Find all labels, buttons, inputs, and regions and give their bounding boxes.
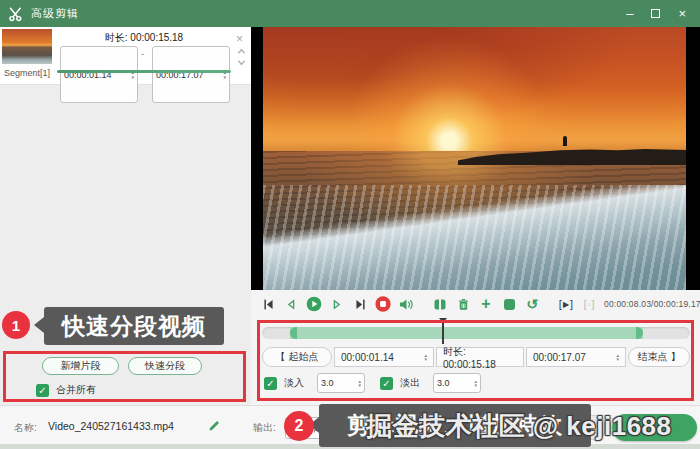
spin-down-icon[interactable]: ▾: [424, 357, 427, 362]
name-label: 名称:: [14, 421, 37, 435]
delete-icon[interactable]: [455, 294, 471, 314]
stop-button[interactable]: [375, 294, 391, 314]
edit-rows: 【 起始点 00:00:01.14 ▴ ▾ 时长: 00:00:15.18 00…: [251, 318, 700, 405]
start-time-spinner[interactable]: 00:00:01.14 ▴ ▾: [334, 347, 434, 367]
segment-remove-icon[interactable]: ×: [236, 32, 243, 46]
segment-range-bar: [57, 70, 231, 73]
spinner-arrows[interactable]: ▴ ▾: [616, 353, 619, 362]
minimize-button[interactable]: –: [626, 7, 633, 20]
merge-all-label: 合并所有: [56, 383, 96, 397]
set-end-point-button[interactable]: 结束点 】: [628, 347, 690, 367]
tooltip-arrow: [34, 317, 44, 333]
annotation-step-1-badge: 1: [2, 311, 30, 339]
transport-bar: + ↺ [▶] [▫] 00:00:08.03/00:00:19.17: [251, 290, 700, 318]
segment-item[interactable]: Segment[1] 时长: 00:00:15.18 00:00:01.14 ▴…: [0, 27, 251, 85]
segment-name: Segment[1]: [4, 68, 50, 78]
start-button[interactable]: [612, 414, 697, 441]
playhead[interactable]: [442, 323, 444, 344]
video-preview[interactable]: [251, 27, 700, 290]
maximize-button[interactable]: [651, 9, 660, 18]
reset-icon[interactable]: ↺: [524, 294, 540, 314]
spinner-arrows[interactable]: ▴ ▾: [424, 353, 427, 362]
spin-down-icon[interactable]: ▾: [223, 75, 226, 80]
fade-out-spinner[interactable]: 3.0 ▴▾: [433, 373, 481, 393]
advanced-edit-window: 高级剪辑 – × Segment[1] 时长: 00:00:15.18 00:0…: [0, 0, 700, 449]
spin-down-icon[interactable]: ▾: [616, 357, 619, 362]
segment-move-up-icon[interactable]: [237, 47, 246, 56]
spin-down-icon[interactable]: ▾: [358, 383, 361, 388]
playhead-marker-icon[interactable]: [439, 318, 447, 323]
edit-name-icon[interactable]: [208, 419, 221, 432]
range-start-handle[interactable]: [290, 327, 297, 339]
segment-duration-label: 时长: 00:00:15.18: [58, 31, 230, 45]
quick-split-button[interactable]: 快速分段: [128, 357, 202, 375]
time-display: 00:00:08.03/00:00:19.17: [604, 299, 700, 309]
scissors-icon: [8, 6, 24, 22]
segment-end-spinner[interactable]: 00:00:17.07 ▴ ▾: [152, 46, 230, 103]
timeline-track[interactable]: [262, 327, 690, 339]
add-icon[interactable]: +: [478, 294, 494, 314]
fade-in-checkbox[interactable]: ✓: [264, 377, 277, 390]
fade-out-label: 淡出: [400, 376, 420, 390]
step-forward-icon[interactable]: [329, 294, 345, 314]
annotation-step-2-tooltip: 剪辑视频、增加特效: [319, 404, 591, 447]
skip-end-icon[interactable]: [352, 294, 368, 314]
skip-start-icon[interactable]: [260, 294, 276, 314]
play-button[interactable]: [306, 294, 322, 314]
annotation-step-2-badge: 2: [284, 411, 314, 441]
play-range-icon[interactable]: [▶]: [558, 294, 574, 314]
range-separator: -: [141, 48, 144, 59]
file-name: Video_240527161433.mp4: [48, 420, 174, 432]
fade-out-value: 3.0: [437, 378, 471, 388]
add-segment-button[interactable]: 新增片段: [42, 357, 119, 375]
output-label: 输出:: [253, 421, 276, 435]
volume-icon[interactable]: [398, 294, 414, 314]
video-frame: [263, 27, 686, 290]
sunset-sky: [263, 27, 686, 151]
merge-all-checkbox[interactable]: ✓: [36, 384, 49, 397]
person-silhouette: [563, 136, 567, 146]
timeline-selected-range[interactable]: [290, 327, 643, 339]
fade-out-checkbox[interactable]: ✓: [380, 377, 393, 390]
spin-down-icon[interactable]: ▾: [474, 383, 477, 388]
end-time-spinner[interactable]: 00:00:17.07 ▴ ▾: [526, 347, 626, 367]
segment-thumbnail[interactable]: [2, 29, 52, 64]
fade-in-spinner[interactable]: 3.0 ▴▾: [317, 373, 365, 393]
annotation-step-1-tooltip: 快速分段视频: [44, 307, 224, 345]
snapshot-icon[interactable]: [▫]: [581, 294, 597, 314]
wave-foam: [263, 185, 686, 290]
segment-move-down-icon[interactable]: [237, 58, 246, 67]
fade-in-value: 3.0: [321, 378, 355, 388]
step-back-icon[interactable]: [283, 294, 299, 314]
start-time-value: 00:00:01.14: [341, 352, 394, 363]
fade-in-label: 淡入: [284, 376, 304, 390]
range-end-handle[interactable]: [636, 327, 643, 339]
split-icon[interactable]: [432, 294, 448, 314]
segment-list-panel: Segment[1] 时长: 00:00:15.18 00:00:01.14 ▴…: [0, 27, 251, 405]
spin-down-icon[interactable]: ▾: [131, 75, 134, 80]
set-start-point-button[interactable]: 【 起始点: [262, 347, 332, 367]
trim-duration-label: 时长: 00:00:15.18: [436, 347, 524, 367]
merge-all-row: ✓ 合并所有: [36, 383, 96, 397]
close-button[interactable]: ×: [678, 7, 686, 20]
segment-start-spinner[interactable]: 00:00:01.14 ▴ ▾: [60, 46, 138, 103]
copy-icon[interactable]: [501, 294, 517, 314]
end-time-value: 00:00:17.07: [533, 352, 586, 363]
fade-row: ✓ 淡入 3.0 ▴▾ ✓ 淡出 3.0 ▴▾: [264, 373, 481, 393]
titlebar: 高级剪辑 – ×: [0, 0, 700, 27]
trim-row: 【 起始点 00:00:01.14 ▴ ▾ 时长: 00:00:15.18 00…: [262, 347, 690, 367]
window-title: 高级剪辑: [31, 6, 79, 21]
